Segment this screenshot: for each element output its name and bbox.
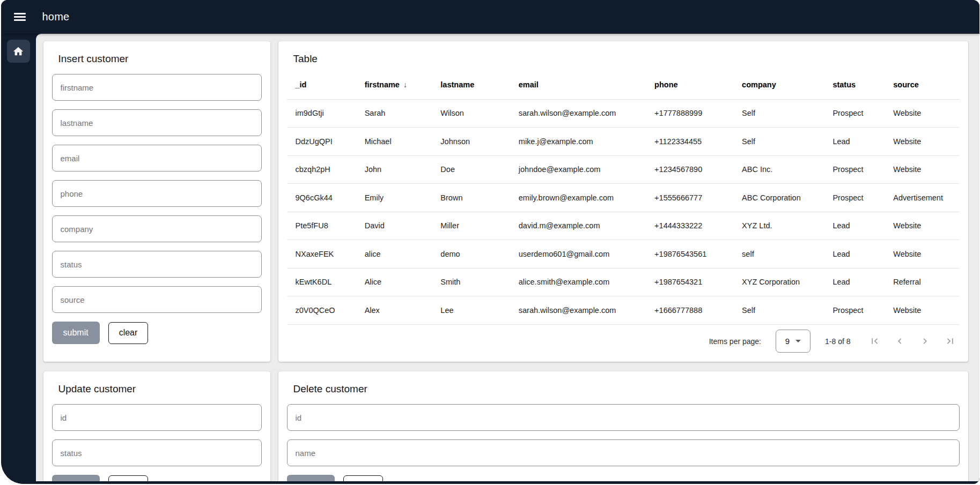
table-cell: Website: [885, 296, 959, 325]
content-area: Insert customer submit clear Table: [36, 34, 979, 481]
items-per-page-select[interactable]: 9: [776, 330, 810, 353]
items-per-page-label: Items per page:: [709, 337, 761, 346]
first-page-icon: [869, 335, 880, 347]
table-cell: david.m@example.com: [510, 212, 646, 240]
column-header-email[interactable]: email: [510, 70, 646, 99]
table-cell: Prospect: [824, 155, 885, 184]
table-cell: Emily: [356, 184, 432, 212]
table-cell: DdzUgQPI: [287, 128, 356, 156]
sort-desc-icon: ↓: [403, 80, 407, 89]
insert-email-input[interactable]: [52, 145, 262, 171]
insert-submit-button[interactable]: submit: [52, 322, 100, 344]
table-cell: Website: [885, 212, 959, 240]
delete-name-input[interactable]: [287, 439, 960, 466]
table-cell: alice: [356, 240, 432, 268]
card-title: Table: [293, 53, 960, 65]
first-page-button[interactable]: [869, 335, 881, 347]
table-cell: cbzqh2pH: [287, 155, 356, 184]
table-row: Pte5fFU8 David Miller david.m@example.co…: [287, 212, 960, 240]
table-cell: Lee: [432, 296, 510, 325]
table-cell: +1987654321: [646, 268, 733, 296]
update-id-input[interactable]: [52, 404, 262, 431]
table-cell: Lead: [824, 212, 885, 240]
card-title: Insert customer: [58, 53, 262, 65]
table-cell: Sarah: [356, 99, 432, 128]
delete-clear-button[interactable]: clear: [343, 475, 384, 482]
table-row: im9dGtji Sarah Wilson sarah.wilson@examp…: [287, 99, 960, 128]
insert-phone-input[interactable]: [52, 180, 262, 207]
table-cell: Self: [733, 99, 824, 128]
table-cell: NXaxeFEK: [287, 240, 356, 268]
previous-page-button[interactable]: [894, 335, 906, 347]
insert-lastname-input[interactable]: [52, 109, 262, 136]
last-page-button[interactable]: [945, 335, 956, 347]
table-cell: XYZ Corporation: [733, 268, 824, 296]
table-cell: Wilson: [432, 99, 510, 128]
app-window: home Insert customer: [1, 0, 979, 484]
chevron-left-icon: [894, 335, 905, 347]
table-cell: sarah.wilson@example.com: [510, 99, 646, 128]
delete-id-input[interactable]: [287, 404, 960, 431]
table-cell: mike.j@example.com: [510, 128, 646, 156]
insert-source-input[interactable]: [52, 286, 262, 313]
table-cell: userdemo601@gmail.com: [510, 240, 646, 268]
table-cell: Self: [733, 296, 824, 325]
insert-status-input[interactable]: [52, 251, 262, 278]
table-row: 9Q6cGk44 Emily Brown emily.brown@example…: [287, 184, 960, 212]
table-row: DdzUgQPI Michael Johnson mike.j@example.…: [287, 128, 960, 156]
insert-firstname-input[interactable]: [52, 74, 262, 101]
table-row: NXaxeFEK alice demo userdemo601@gmail.co…: [287, 240, 960, 268]
table-cell: Michael: [356, 128, 432, 156]
table-cell: Brown: [432, 184, 510, 212]
column-header-status[interactable]: status: [824, 70, 885, 99]
table-cell: +1234567890: [646, 155, 733, 184]
table-cell: ABC Inc.: [733, 155, 824, 184]
table-cell: alice.smith@example.com: [510, 268, 646, 296]
table-cell: Lead: [824, 268, 885, 296]
chevron-down-icon: [795, 340, 801, 342]
sidebar: [1, 34, 36, 484]
delete-submit-button[interactable]: submit: [287, 475, 335, 481]
column-label: firstname: [365, 80, 400, 89]
insert-clear-button[interactable]: clear: [108, 322, 149, 344]
table-cell: emily.brown@example.com: [510, 184, 646, 212]
table-cell: Prospect: [824, 184, 885, 212]
page-range-label: 1-8 of 8: [825, 337, 850, 346]
column-header-phone[interactable]: phone: [646, 70, 733, 99]
menu-icon[interactable]: [14, 11, 26, 23]
table-row: kEwtK6DL Alice Smith alice.smith@example…: [287, 268, 960, 296]
card-title: Delete customer: [293, 383, 960, 395]
insert-company-input[interactable]: [52, 215, 262, 242]
table-cell: +1122334455: [646, 128, 733, 156]
column-header-lastname[interactable]: lastname: [432, 70, 510, 99]
table-cell: +1555666777: [646, 184, 733, 212]
next-page-button[interactable]: [919, 335, 931, 347]
update-status-input[interactable]: [52, 439, 262, 466]
table-cell: Alex: [356, 296, 432, 325]
table-row: cbzqh2pH John Doe johndoe@example.com +1…: [287, 155, 960, 184]
table-cell: kEwtK6DL: [287, 268, 356, 296]
sidebar-item-home[interactable]: [7, 40, 30, 63]
table-cell: Miller: [432, 212, 510, 240]
update-submit-button[interactable]: submit: [52, 475, 100, 481]
table-cell: David: [356, 212, 432, 240]
table-cell: John: [356, 155, 432, 184]
column-header-firstname[interactable]: firstname↓: [356, 70, 432, 99]
column-header-id[interactable]: _id: [287, 70, 356, 99]
table-cell: sarah.wilson@example.com: [510, 296, 646, 325]
table-cell: Website: [885, 99, 959, 128]
table-cell: 9Q6cGk44: [287, 184, 356, 212]
table-cell: Lead: [824, 128, 885, 156]
last-page-icon: [945, 335, 956, 347]
table-paginator: Items per page: 9 1-8 of 8: [287, 326, 960, 357]
table-cell: +1666777888: [646, 296, 733, 325]
table-cell: Smith: [432, 268, 510, 296]
column-header-source[interactable]: source: [885, 70, 959, 99]
table-cell: Johnson: [432, 128, 510, 156]
column-header-company[interactable]: company: [733, 70, 824, 99]
update-clear-button[interactable]: clear: [108, 475, 149, 482]
table-cell: XYZ Ltd.: [733, 212, 824, 240]
table-cell: Lead: [824, 240, 885, 268]
table-cell: Alice: [356, 268, 432, 296]
home-icon: [12, 46, 24, 57]
